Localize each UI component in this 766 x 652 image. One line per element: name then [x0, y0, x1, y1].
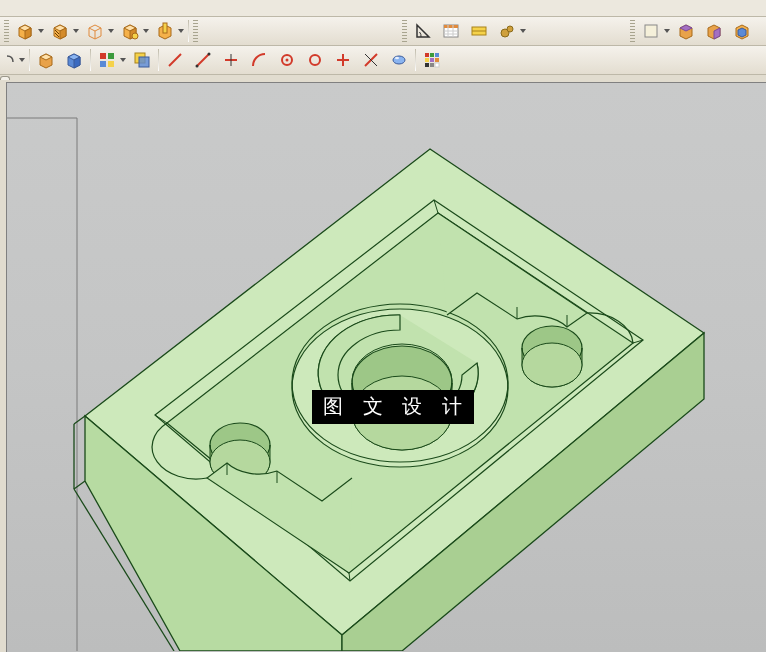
circle-target-button[interactable] — [274, 48, 300, 72]
palette-icon — [99, 52, 115, 68]
table-tool-button[interactable] — [438, 19, 464, 43]
svg-rect-40 — [100, 53, 106, 59]
svg-rect-63 — [435, 53, 439, 57]
angle-tool-button[interactable] — [410, 19, 436, 43]
clearance-tool-button[interactable] — [494, 19, 520, 43]
section-cube-icon — [156, 22, 174, 40]
svg-line-47 — [197, 54, 209, 66]
svg-point-49 — [208, 53, 211, 56]
sheet-icon — [643, 23, 659, 39]
unwrap-tool-button[interactable] — [701, 19, 727, 43]
material-button[interactable] — [386, 48, 412, 72]
extrude-icon — [37, 51, 55, 69]
trim-icon — [223, 52, 239, 68]
svg-rect-61 — [425, 53, 429, 57]
menu-fragment — [8, 2, 11, 14]
material-icon — [391, 52, 407, 68]
svg-line-10 — [89, 28, 95, 31]
box-button[interactable] — [61, 48, 87, 72]
dimension-tool-button[interactable] — [466, 19, 492, 43]
table-icon — [443, 23, 459, 39]
chevron-down-icon — [108, 29, 114, 33]
unwrap-icon — [705, 22, 723, 40]
menubar[interactable] — [0, 0, 766, 17]
svg-rect-42 — [100, 61, 106, 67]
toolbar-row-1 — [0, 17, 766, 46]
wireframe-part-dropdown[interactable] — [106, 29, 116, 33]
toolbar-grip[interactable] — [630, 20, 635, 42]
dimension-icon — [471, 23, 487, 39]
svg-rect-62 — [430, 53, 434, 57]
svg-line-46 — [169, 54, 181, 66]
viewport-host: 图 文 设 计 — [0, 80, 766, 652]
curve-arrow-icon — [5, 54, 17, 66]
toolbar-separator — [415, 49, 416, 71]
angle-icon — [415, 23, 431, 39]
hatch-part-dropdown[interactable] — [71, 29, 81, 33]
svg-point-91 — [522, 343, 582, 387]
svg-point-59 — [393, 56, 405, 64]
svg-point-54 — [310, 55, 320, 65]
palette-dropdown[interactable] — [118, 58, 128, 62]
wireframe-part-button[interactable] — [82, 19, 108, 43]
toolbar-grip[interactable] — [193, 20, 198, 42]
new-part-dropdown[interactable] — [36, 29, 46, 33]
palette-button[interactable] — [94, 48, 120, 72]
shell-icon — [733, 22, 751, 40]
svg-point-27 — [507, 26, 513, 32]
toolbar-grip[interactable] — [402, 20, 407, 42]
arc-button[interactable] — [246, 48, 272, 72]
intersect-line-button[interactable] — [358, 48, 384, 72]
chevron-down-icon — [143, 29, 149, 33]
chevron-down-icon — [19, 58, 25, 62]
sheet-dropdown[interactable] — [662, 29, 672, 33]
swatches-button[interactable] — [419, 48, 445, 72]
wireframe-cube-icon — [86, 22, 104, 40]
svg-rect-66 — [435, 58, 439, 62]
shell-tool-button[interactable] — [729, 19, 755, 43]
chevron-down-icon — [664, 29, 670, 33]
extrude-button[interactable] — [33, 48, 59, 72]
circle-button[interactable] — [302, 48, 328, 72]
line-button[interactable] — [162, 48, 188, 72]
hatch-cube-icon — [51, 22, 69, 40]
svg-rect-67 — [425, 63, 429, 67]
line-icon — [195, 52, 211, 68]
trim-button[interactable] — [218, 48, 244, 72]
toolbar-grip[interactable] — [4, 20, 9, 42]
line2-button[interactable] — [190, 48, 216, 72]
svg-point-48 — [196, 65, 199, 68]
chevron-down-icon — [73, 29, 79, 33]
clearance-dropdown[interactable] — [518, 29, 528, 33]
wrap-tool-button[interactable] — [673, 19, 699, 43]
line-icon — [167, 52, 183, 68]
svg-line-77 — [74, 481, 85, 489]
svg-rect-28 — [645, 25, 657, 37]
history-dd[interactable] — [17, 58, 27, 62]
svg-rect-65 — [430, 58, 434, 62]
svg-rect-45 — [139, 57, 149, 67]
svg-point-53 — [286, 59, 289, 62]
hatch-part-button[interactable] — [47, 19, 73, 43]
svg-marker-34 — [738, 28, 746, 37]
box-icon — [65, 51, 83, 69]
svg-rect-17 — [163, 23, 167, 33]
circle-icon — [307, 52, 323, 68]
section-part-button[interactable] — [152, 19, 178, 43]
plus-button[interactable] — [330, 48, 356, 72]
toolbar-separator — [188, 20, 189, 42]
edge-part-dropdown[interactable] — [141, 29, 151, 33]
watermark-label: 图 文 设 计 — [312, 390, 474, 424]
3d-viewport[interactable]: 图 文 设 计 — [6, 82, 766, 652]
sheet-tool-button[interactable] — [638, 19, 664, 43]
intersect-button[interactable] — [129, 48, 155, 72]
cube-icon — [16, 22, 34, 40]
edge-part-button[interactable] — [117, 19, 143, 43]
arc-icon — [251, 52, 267, 68]
section-part-dropdown[interactable] — [176, 29, 186, 33]
svg-line-75 — [74, 416, 85, 424]
intersect-line-icon — [363, 52, 379, 68]
chevron-down-icon — [520, 29, 526, 33]
svg-rect-68 — [430, 63, 434, 67]
new-part-button[interactable] — [12, 19, 38, 43]
